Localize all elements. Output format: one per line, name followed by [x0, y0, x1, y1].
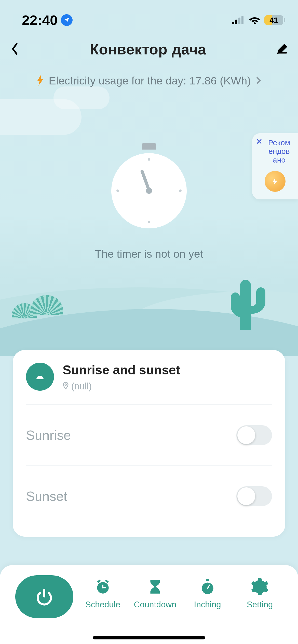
sunset-toggle[interactable] [236, 486, 272, 506]
sunrise-row: Sunrise [26, 405, 272, 465]
stopwatch-small-icon [199, 578, 216, 595]
card-location[interactable]: (null) [63, 381, 180, 392]
electricity-usage-row[interactable]: Electricity usage for the day: 17.86 (KW… [0, 75, 298, 87]
edit-button[interactable] [277, 43, 288, 55]
inching-button[interactable]: Inching [185, 575, 231, 609]
wifi-icon [249, 15, 260, 25]
header: Конвектор дача [0, 33, 298, 69]
countdown-button[interactable]: Countdown [132, 575, 178, 609]
chevron-right-icon [255, 76, 262, 86]
alarm-clock-icon [94, 578, 111, 595]
usage-text: Electricity usage for the day: 17.86 (KW… [49, 75, 251, 87]
row-label: Sunrise [26, 428, 71, 443]
recommend-label: Реком ендов ано [264, 138, 294, 164]
battery-indicator: 41 [264, 15, 285, 25]
timer-status-text: The timer is not on yet [95, 248, 203, 260]
sunrise-sunset-card: Sunrise and sunset (null) Sunrise Sunset [13, 350, 285, 537]
setting-button[interactable]: Setting [237, 575, 283, 609]
recommend-panel[interactable]: Реком ендов ано [252, 133, 298, 199]
schedule-button[interactable]: Schedule [80, 575, 126, 609]
sunset-row: Sunset [26, 465, 272, 526]
recommend-bolt-icon [265, 171, 286, 192]
location-pin-icon [63, 381, 69, 392]
stopwatch-icon [111, 143, 187, 229]
sunrise-icon [26, 363, 54, 391]
svg-rect-5 [102, 587, 106, 588]
home-indicator [93, 636, 205, 639]
close-icon[interactable] [256, 138, 262, 145]
row-label: Sunset [26, 489, 67, 504]
cellular-icon [232, 16, 245, 24]
svg-point-2 [65, 384, 66, 385]
bottom-bar: Schedule Countdown Inching Setting [0, 565, 298, 644]
status-time: 22:40 [22, 12, 58, 28]
back-button[interactable] [10, 42, 19, 56]
bolt-icon [36, 75, 44, 87]
cactus-decor [230, 275, 266, 337]
sunrise-toggle[interactable] [236, 425, 272, 445]
svg-rect-6 [206, 579, 209, 581]
location-arrow-icon [61, 14, 73, 26]
card-title: Sunrise and sunset [63, 363, 180, 377]
status-bar: 22:40 41 [0, 0, 298, 33]
hourglass-icon [147, 578, 164, 595]
gear-icon [251, 578, 268, 595]
page-title: Конвектор дача [90, 41, 206, 58]
power-button[interactable] [15, 575, 73, 618]
